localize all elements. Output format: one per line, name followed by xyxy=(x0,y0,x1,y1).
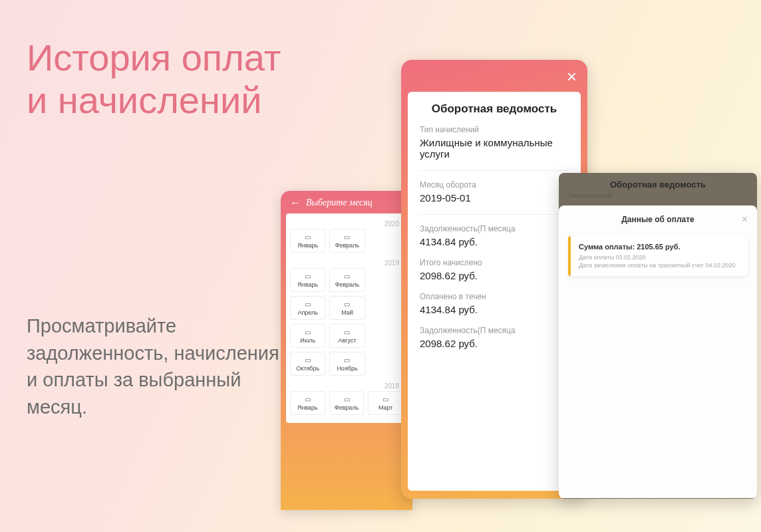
statement-label: Задолженность(П месяца xyxy=(420,224,569,233)
divider xyxy=(420,170,569,171)
calendar-icon: ▭ xyxy=(331,356,363,364)
calendar-icon: ▭ xyxy=(331,396,363,403)
heading-line-1: История оплат xyxy=(27,37,281,78)
month-cell[interactable]: ▭Февраль xyxy=(329,268,365,292)
statement-label: Оплачено в течен xyxy=(420,292,569,301)
statement-label: Задолженность(П месяца xyxy=(420,326,569,335)
statement-row: Месяц оборота2019-05-01 xyxy=(420,180,569,203)
statement-value: 4134.84 руб. xyxy=(420,236,569,247)
statement-value: Жилищные и коммунальные услуги xyxy=(420,137,569,160)
calendar-icon: ▭ xyxy=(292,329,323,336)
month-label: Октябрь xyxy=(296,365,319,372)
sheet-title: Данные об оплате xyxy=(621,215,694,224)
sheet-close-icon[interactable]: × xyxy=(742,213,748,225)
month-cell[interactable]: ▭Февраль xyxy=(329,229,365,253)
month-label: Июль xyxy=(300,337,315,344)
calendar-icon: ▭ xyxy=(331,233,363,241)
back-arrow-icon[interactable]: ← xyxy=(290,198,301,208)
statement-label: Месяц оборота xyxy=(420,180,569,190)
month-label: Февраль xyxy=(335,242,360,249)
month-cell[interactable]: ▭Февраль xyxy=(329,391,365,415)
month-cell[interactable]: ▭Апрель xyxy=(290,296,325,320)
month-label: Март xyxy=(379,404,393,411)
statement-label: Тип начислений xyxy=(420,125,569,134)
statement-row: Задолженность(П месяца4134.84 руб. xyxy=(420,224,569,247)
month-picker-header: ← Выберите месяц xyxy=(286,191,407,213)
year-label: 2020 xyxy=(290,217,403,229)
close-icon[interactable]: × xyxy=(567,68,577,85)
payment-item[interactable]: Сумма оплаты: 2105.65 руб. Дата оплаты 0… xyxy=(568,236,748,276)
month-cell[interactable]: ▭Ноябрь xyxy=(329,352,365,376)
calendar-icon: ▭ xyxy=(292,233,323,241)
month-label: Январь xyxy=(297,404,318,411)
calendar-icon: ▭ xyxy=(292,356,323,364)
page-subheading: Просматривайте задолженность, начисления… xyxy=(27,313,293,420)
month-cell[interactable]: ▭Январь xyxy=(290,268,325,292)
payment-sheet: Данные об оплате × Сумма оплаты: 2105.65… xyxy=(559,205,757,498)
payment-amount: Сумма оплаты: 2105.65 руб. xyxy=(579,243,740,251)
statement-row: Оплачено в течен4134.84 руб. xyxy=(420,292,569,315)
month-label: Январь xyxy=(297,242,318,249)
statement-row: Тип начисленийЖилищные и коммунальные ус… xyxy=(420,125,569,160)
divider xyxy=(420,214,569,215)
statement-body: Оборотная ведомость Тип начисленийЖилищн… xyxy=(408,92,581,491)
month-cell[interactable]: ▭Январь xyxy=(290,391,325,415)
month-label: Май xyxy=(341,309,353,316)
statement-value: 2019-05-01 xyxy=(420,192,569,203)
month-cell[interactable]: ▭Май xyxy=(329,296,365,320)
year-label: 2018 xyxy=(290,380,403,391)
month-label: Февраль xyxy=(335,404,359,411)
calendar-icon: ▭ xyxy=(292,273,323,280)
month-picker-card: ← Выберите месяц 2020▭Январь▭Февраль2019… xyxy=(281,191,412,510)
calendar-icon: ▭ xyxy=(292,301,323,308)
overlay-header-sub: Тип начислений xyxy=(568,192,748,199)
statement-row: Итого начислено2098.62 руб. xyxy=(420,258,569,281)
overlay-header-title: Оборотная ведомость xyxy=(568,180,748,190)
overlay-card: Оборотная ведомость Тип начислений Данны… xyxy=(559,173,757,499)
sheet-header: Данные об оплате × xyxy=(568,215,748,224)
statement-value: 4134.84 руб. xyxy=(420,304,569,315)
month-cell[interactable]: ▭Январь xyxy=(290,229,325,253)
calendar-icon: ▭ xyxy=(370,396,401,403)
month-label: Ноябрь xyxy=(337,365,357,372)
calendar-icon: ▭ xyxy=(331,273,363,280)
month-label: Февраль xyxy=(335,281,360,288)
month-label: Январь xyxy=(297,281,318,288)
heading-line-2: и начислений xyxy=(27,79,261,121)
month-label: Август xyxy=(338,337,356,344)
statement-value: 2098.62 руб. xyxy=(420,338,569,349)
payment-date: Дата оплаты 03.02.2020 xyxy=(579,253,740,261)
statement-title: Оборотная ведомость xyxy=(420,102,569,116)
month-picker-body: 2020▭Январь▭Февраль2019▭Январь▭Февраль▭А… xyxy=(286,213,407,423)
month-label: Апрель xyxy=(297,309,318,316)
month-cell[interactable]: ▭Март xyxy=(368,391,403,415)
statement-row: Задолженность(П месяца2098.62 руб. xyxy=(420,326,569,349)
month-cell[interactable]: ▭Август xyxy=(329,324,365,348)
calendar-icon: ▭ xyxy=(331,301,363,308)
year-label: 2019 xyxy=(290,257,403,268)
payment-transit: Дата зачисления оплаты на транзитный сче… xyxy=(579,261,740,269)
statement-label: Итого начислено xyxy=(420,258,569,267)
month-cell[interactable]: ▭Октябрь xyxy=(290,352,325,376)
statement-value: 2098.62 руб. xyxy=(420,270,569,281)
month-cell[interactable]: ▭Июль xyxy=(290,324,325,348)
overlay-header: Оборотная ведомость Тип начислений xyxy=(559,173,757,201)
calendar-icon: ▭ xyxy=(292,396,323,403)
calendar-icon: ▭ xyxy=(331,329,363,336)
page-heading: История оплат и начислений xyxy=(27,37,281,122)
month-picker-title: Выберите месяц xyxy=(306,198,373,208)
